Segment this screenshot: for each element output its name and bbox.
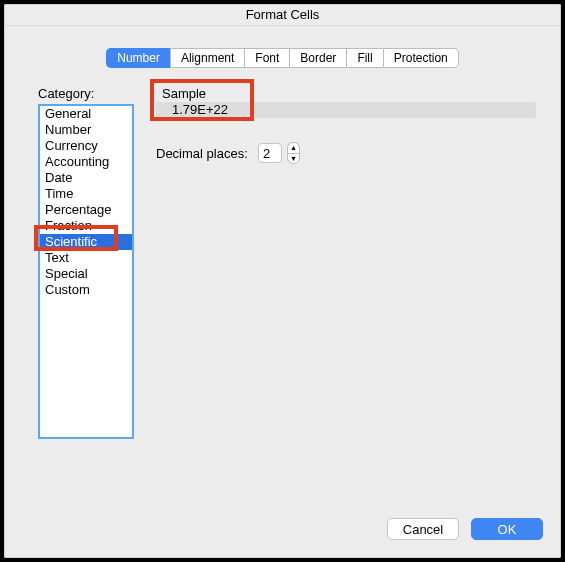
dialog-footer: Cancel OK — [387, 518, 543, 540]
tab-number[interactable]: Number — [106, 48, 170, 68]
category-label: Category: — [38, 86, 539, 101]
dialog-body: Category: General Number Currency Accoun… — [38, 86, 539, 484]
decimal-places-input[interactable] — [258, 143, 282, 163]
decimal-places-label: Decimal places: — [156, 146, 248, 161]
list-item-text[interactable]: Text — [40, 250, 132, 266]
list-item-general[interactable]: General — [40, 106, 132, 122]
list-item-currency[interactable]: Currency — [40, 138, 132, 154]
decimal-places-stepper[interactable]: ▲ ▼ — [287, 142, 300, 164]
tab-protection[interactable]: Protection — [383, 48, 459, 68]
list-item-fraction[interactable]: Fraction — [40, 218, 132, 234]
list-item-date[interactable]: Date — [40, 170, 132, 186]
tab-fill[interactable]: Fill — [346, 48, 382, 68]
tab-alignment[interactable]: Alignment — [170, 48, 244, 68]
list-item-accounting[interactable]: Accounting — [40, 154, 132, 170]
ok-button[interactable]: OK — [471, 518, 543, 540]
sample-section: Sample — [162, 86, 206, 101]
stepper-up-icon[interactable]: ▲ — [287, 142, 300, 153]
tab-border[interactable]: Border — [289, 48, 346, 68]
tab-font[interactable]: Font — [244, 48, 289, 68]
sample-label: Sample — [162, 86, 206, 101]
stepper-down-icon[interactable]: ▼ — [287, 153, 300, 165]
category-list[interactable]: General Number Currency Accounting Date … — [38, 104, 134, 439]
sample-value: 1.79E+22 — [172, 102, 228, 117]
list-item-special[interactable]: Special — [40, 266, 132, 282]
dialog-title: Format Cells — [4, 4, 561, 26]
cancel-button[interactable]: Cancel — [387, 518, 459, 540]
list-item-custom[interactable]: Custom — [40, 282, 132, 298]
list-item-number[interactable]: Number — [40, 122, 132, 138]
tab-bar: Number Alignment Font Border Fill Protec… — [106, 48, 458, 68]
list-item-time[interactable]: Time — [40, 186, 132, 202]
list-item-percentage[interactable]: Percentage — [40, 202, 132, 218]
list-item-scientific[interactable]: Scientific — [40, 234, 132, 250]
format-cells-dialog: Format Cells Number Alignment Font Borde… — [4, 4, 561, 558]
